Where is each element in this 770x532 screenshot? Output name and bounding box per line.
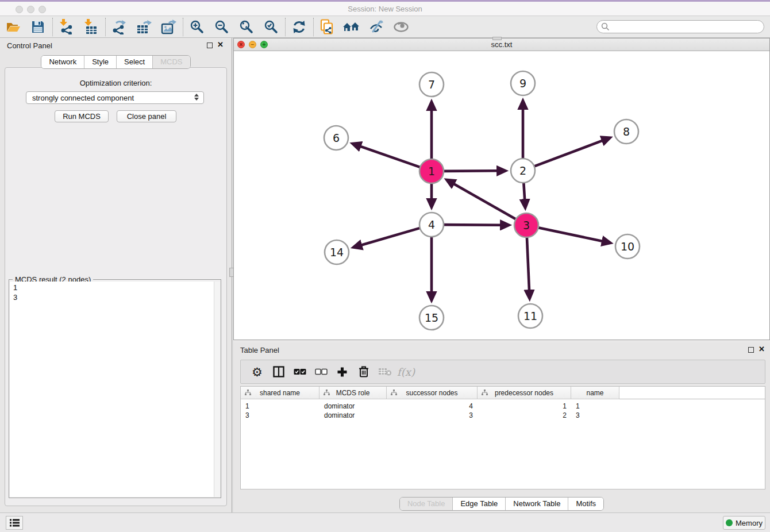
list-icon bbox=[10, 519, 20, 527]
export-network-icon bbox=[111, 20, 126, 34]
hierarchy-icon bbox=[391, 390, 397, 398]
status-bar: Memory bbox=[0, 512, 770, 532]
memory-status-icon bbox=[726, 519, 733, 526]
toolbar-separator bbox=[313, 18, 314, 36]
delete-column-button[interactable] bbox=[353, 361, 374, 382]
close-panel-icon[interactable]: ✕ bbox=[217, 40, 224, 49]
close-panel-button[interactable]: Close panel bbox=[117, 110, 176, 122]
import-network-button[interactable] bbox=[55, 17, 77, 37]
tab-network[interactable]: Network bbox=[41, 56, 84, 68]
column-header-label: predecessor nodes bbox=[495, 389, 553, 397]
tab-style[interactable]: Style bbox=[84, 56, 116, 68]
search-input[interactable] bbox=[596, 20, 764, 33]
eye-icon bbox=[393, 21, 409, 33]
toolbar-separator bbox=[105, 18, 106, 36]
table-panel: Table Panel ✕ ⚙ bbox=[233, 342, 770, 512]
home-views-button[interactable] bbox=[341, 17, 363, 37]
table-body: 1dominator4113dominator323 bbox=[241, 399, 765, 420]
edge-2-to-3[interactable] bbox=[523, 182, 525, 199]
refresh-view-button[interactable] bbox=[288, 17, 310, 37]
column-header-mcds-role[interactable]: MCDS role bbox=[319, 387, 387, 399]
refresh-icon bbox=[292, 20, 306, 34]
network-canvas[interactable]: 7968124314101511 bbox=[234, 51, 769, 340]
zoom-fit-button[interactable] bbox=[235, 17, 257, 37]
tab-select[interactable]: Select bbox=[116, 56, 152, 68]
hierarchy-icon bbox=[245, 390, 251, 398]
column-header-label: MCDS role bbox=[336, 389, 370, 397]
table-toolbar: ⚙ bbox=[240, 360, 765, 384]
optimization-criterion-select[interactable]: strongly connected component bbox=[26, 91, 204, 104]
node-label-7: 7 bbox=[428, 78, 435, 91]
table-cell: 3 bbox=[571, 411, 619, 420]
clone-network-button[interactable] bbox=[316, 17, 338, 37]
function-icon: f(x) bbox=[397, 366, 415, 378]
task-history-button[interactable] bbox=[6, 516, 23, 530]
export-network-button[interactable] bbox=[108, 17, 130, 37]
memory-button[interactable]: Memory bbox=[723, 516, 765, 530]
show-columns-button[interactable] bbox=[268, 361, 289, 382]
column-header-label: successor nodes bbox=[406, 389, 457, 397]
column-header-name[interactable]: name bbox=[571, 387, 619, 399]
column-header-successor-nodes[interactable]: successor nodes bbox=[387, 387, 478, 399]
edge-1-to-2[interactable] bbox=[443, 171, 497, 171]
column-header-predecessor-nodes[interactable]: predecessor nodes bbox=[478, 387, 571, 399]
trash-icon bbox=[359, 366, 369, 377]
tab-edge-table[interactable]: Edge Table bbox=[452, 498, 505, 510]
tab-mcds[interactable]: MCDS bbox=[152, 56, 190, 68]
search-icon bbox=[601, 22, 610, 31]
table-settings-button[interactable]: ⚙ bbox=[247, 361, 268, 382]
edge-2-to-8[interactable] bbox=[534, 141, 602, 167]
tab-motifs[interactable]: Motifs bbox=[568, 498, 603, 510]
hide-graphics-icon bbox=[369, 20, 384, 34]
export-image-button[interactable] bbox=[157, 17, 179, 37]
float-panel-icon[interactable] bbox=[207, 43, 213, 48]
zoom-selected-button[interactable] bbox=[260, 17, 282, 37]
open-session-button[interactable] bbox=[2, 17, 24, 37]
column-header-label: shared name bbox=[260, 389, 300, 397]
table-cell: 2 bbox=[478, 411, 571, 420]
result-scrollbar[interactable] bbox=[214, 282, 220, 497]
node-label-2: 2 bbox=[519, 164, 526, 177]
edge-4-to-3[interactable] bbox=[443, 225, 500, 225]
show-graphics-details-button[interactable] bbox=[390, 17, 412, 37]
node-label-1: 1 bbox=[428, 165, 435, 178]
close-panel-icon[interactable]: ✕ bbox=[759, 345, 765, 353]
columns-icon bbox=[273, 366, 284, 377]
import-table-button[interactable] bbox=[80, 17, 102, 37]
edge-3-to-1[interactable] bbox=[454, 184, 517, 219]
table-row[interactable]: 1dominator411 bbox=[241, 402, 765, 411]
edge-4-to-14[interactable] bbox=[361, 228, 421, 245]
hide-graphics-details-button[interactable] bbox=[365, 17, 387, 37]
mcds-result-text[interactable]: 13 bbox=[10, 283, 213, 497]
table-row[interactable]: 3dominator323 bbox=[241, 411, 765, 420]
export-table-button[interactable] bbox=[133, 17, 155, 37]
clone-network-icon bbox=[319, 19, 334, 35]
zoom-in-button[interactable] bbox=[186, 17, 207, 37]
select-all-button[interactable] bbox=[289, 361, 310, 382]
float-panel-icon[interactable] bbox=[748, 347, 754, 353]
edge-3-to-11[interactable] bbox=[527, 237, 529, 290]
node-table: shared nameMCDS rolesuccessor nodesprede… bbox=[240, 386, 765, 489]
save-session-button[interactable] bbox=[27, 17, 49, 37]
export-image-icon bbox=[161, 20, 176, 34]
save-icon bbox=[31, 20, 45, 34]
edge-1-to-6[interactable] bbox=[360, 147, 421, 168]
tab-node-table[interactable]: Node Table bbox=[400, 498, 453, 510]
horizontal-splitter-grip[interactable] bbox=[492, 37, 502, 40]
select-all-icon bbox=[294, 368, 306, 375]
delete-table-button[interactable] bbox=[374, 361, 395, 382]
plus-icon bbox=[337, 367, 348, 377]
node-label-3: 3 bbox=[523, 219, 530, 232]
edge-3-to-10[interactable] bbox=[538, 228, 602, 241]
column-header-shared-name[interactable]: shared name bbox=[241, 387, 319, 399]
network-window-titlebar[interactable]: × − + scc.txt bbox=[234, 38, 769, 51]
node-label-14: 14 bbox=[330, 246, 344, 259]
run-mcds-button[interactable]: Run MCDS bbox=[55, 110, 109, 122]
deselect-all-button[interactable] bbox=[310, 361, 332, 382]
add-column-button[interactable] bbox=[332, 361, 353, 382]
apply-function-button[interactable]: f(x) bbox=[395, 361, 417, 382]
zoom-fit-icon bbox=[239, 20, 253, 34]
zoom-out-button[interactable] bbox=[210, 17, 232, 37]
table-cell: 3 bbox=[241, 411, 319, 420]
tab-network-table[interactable]: Network Table bbox=[505, 498, 568, 510]
